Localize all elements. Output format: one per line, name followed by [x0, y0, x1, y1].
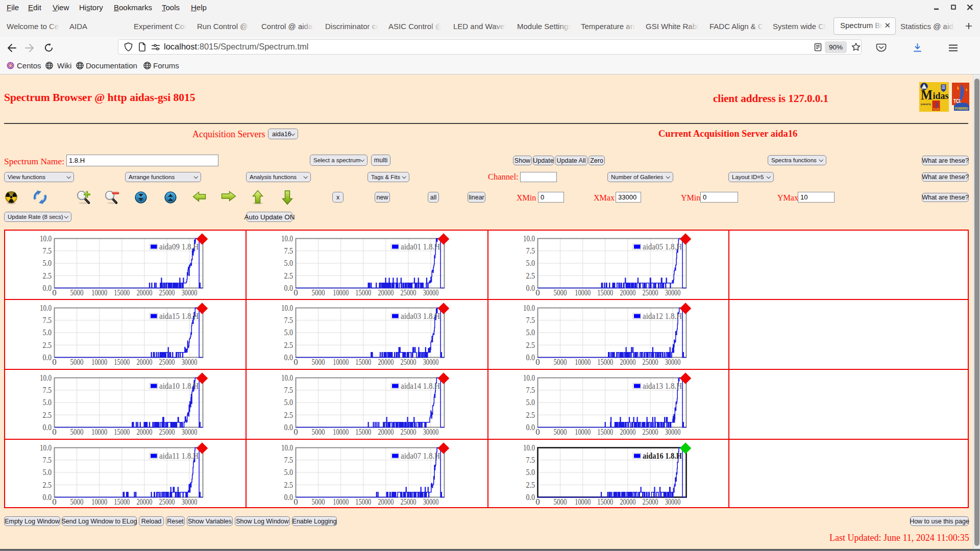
svg-text:10000: 10000	[333, 357, 349, 367]
svg-text:20000: 20000	[136, 427, 152, 437]
svg-text:5000: 5000	[70, 288, 84, 297]
svg-text:7.5: 7.5	[43, 315, 52, 325]
svg-text:10000: 10000	[333, 497, 349, 507]
svg-text:0.0: 0.0	[284, 283, 293, 293]
svg-text:5000: 5000	[312, 357, 325, 367]
svg-text:aida14 1.8.H: aida14 1.8.H	[401, 381, 440, 391]
svg-text:2.5: 2.5	[526, 480, 535, 490]
svg-text:5.0: 5.0	[284, 328, 293, 337]
svg-text:2.5: 2.5	[43, 410, 52, 420]
svg-text:20000: 20000	[378, 427, 394, 437]
svg-text:7.5: 7.5	[526, 246, 535, 256]
svg-text:25000: 25000	[159, 288, 175, 297]
svg-text:15000: 15000	[114, 288, 130, 297]
svg-text:15000: 15000	[597, 497, 613, 507]
svg-text:0: 0	[52, 288, 57, 297]
svg-text:10000: 10000	[575, 497, 591, 507]
svg-text:5000: 5000	[312, 497, 325, 507]
svg-text:30000: 30000	[182, 288, 198, 297]
svg-text:5.0: 5.0	[526, 328, 535, 337]
svg-text:25000: 25000	[401, 357, 416, 367]
svg-text:20000: 20000	[378, 497, 394, 507]
svg-text:20000: 20000	[136, 288, 152, 297]
svg-text:25000: 25000	[643, 357, 658, 367]
svg-text:2.5: 2.5	[284, 410, 293, 420]
svg-text:0.0: 0.0	[526, 422, 535, 432]
svg-text:5.0: 5.0	[526, 467, 535, 477]
svg-text:30000: 30000	[665, 357, 681, 367]
svg-text:POWERED: POWERED	[955, 107, 968, 110]
svg-text:15000: 15000	[114, 497, 130, 507]
svg-text:7.5: 7.5	[284, 315, 293, 325]
svg-text:25000: 25000	[159, 427, 175, 437]
svg-text:25000: 25000	[401, 427, 416, 437]
svg-text:7.5: 7.5	[526, 385, 535, 395]
svg-text:5.0: 5.0	[43, 328, 52, 337]
svg-text:0.0: 0.0	[284, 492, 293, 502]
svg-text:2.5: 2.5	[526, 271, 535, 281]
svg-text:7.5: 7.5	[43, 246, 52, 256]
svg-text:25000: 25000	[159, 497, 175, 507]
svg-text:10000: 10000	[575, 288, 591, 297]
svg-text:2.5: 2.5	[526, 340, 535, 350]
svg-text:aida03 1.8.H: aida03 1.8.H	[401, 311, 440, 321]
svg-text:10000: 10000	[91, 427, 107, 437]
svg-text:0: 0	[535, 497, 540, 507]
svg-text:5.0: 5.0	[284, 467, 293, 477]
svg-text:10000: 10000	[91, 357, 107, 367]
svg-text:10.0: 10.0	[281, 443, 293, 453]
svg-text:aida13 1.8.H: aida13 1.8.H	[643, 381, 682, 391]
svg-text:aida07 1.8.H: aida07 1.8.H	[401, 450, 440, 461]
svg-text:5.0: 5.0	[284, 258, 293, 268]
svg-text:0: 0	[293, 427, 298, 437]
svg-text:0: 0	[52, 357, 57, 367]
svg-text:0: 0	[293, 288, 298, 297]
svg-text:5.0: 5.0	[526, 397, 535, 407]
svg-text:30000: 30000	[423, 288, 439, 297]
svg-text:20000: 20000	[620, 427, 635, 437]
svg-text:10.0: 10.0	[40, 443, 52, 453]
svg-text:0.0: 0.0	[43, 283, 52, 293]
svg-text:5.0: 5.0	[43, 467, 52, 477]
svg-text:5000: 5000	[554, 357, 567, 367]
svg-text:10.0: 10.0	[523, 234, 535, 243]
svg-text:0.0: 0.0	[43, 353, 52, 362]
svg-text:7.5: 7.5	[284, 246, 293, 256]
svg-text:aida15 1.8.H: aida15 1.8.H	[159, 311, 199, 321]
svg-text:7.5: 7.5	[43, 455, 52, 465]
svg-text:15000: 15000	[355, 288, 371, 297]
svg-text:20000: 20000	[378, 288, 394, 297]
svg-text:10000: 10000	[333, 288, 349, 297]
svg-text:10000: 10000	[91, 288, 107, 297]
svg-text:M: M	[921, 87, 933, 103]
svg-text:7.5: 7.5	[43, 385, 52, 395]
svg-text:0: 0	[293, 357, 298, 367]
svg-text:0: 0	[293, 497, 298, 507]
svg-text:5.0: 5.0	[43, 397, 52, 407]
svg-text:10.0: 10.0	[281, 373, 293, 383]
svg-text:10.0: 10.0	[523, 443, 535, 453]
svg-text:20000: 20000	[136, 497, 152, 507]
svg-text:0.0: 0.0	[526, 283, 535, 293]
svg-text:30000: 30000	[665, 497, 681, 507]
svg-text:aida11 1.8.H: aida11 1.8.H	[159, 450, 199, 461]
svg-text:0: 0	[52, 497, 57, 507]
svg-text:10.0: 10.0	[40, 373, 52, 383]
svg-text:TCL/TK: TCL/TK	[933, 108, 940, 111]
svg-text:30000: 30000	[182, 497, 198, 507]
svg-text:10.0: 10.0	[40, 234, 52, 243]
svg-text:2.5: 2.5	[43, 271, 52, 281]
svg-text:5000: 5000	[554, 288, 567, 297]
svg-text:2.5: 2.5	[43, 340, 52, 350]
svg-text:30000: 30000	[665, 288, 681, 297]
svg-text:15000: 15000	[114, 427, 130, 437]
svg-text:5.0: 5.0	[284, 397, 293, 407]
svg-text:15000: 15000	[597, 427, 613, 437]
svg-text:7.5: 7.5	[526, 315, 535, 325]
svg-text:0: 0	[535, 427, 540, 437]
svg-text:20000: 20000	[378, 357, 394, 367]
svg-text:20000: 20000	[620, 497, 635, 507]
svg-text:10.0: 10.0	[281, 303, 293, 313]
svg-text:30000: 30000	[423, 357, 439, 367]
svg-text:5.0: 5.0	[43, 258, 52, 268]
